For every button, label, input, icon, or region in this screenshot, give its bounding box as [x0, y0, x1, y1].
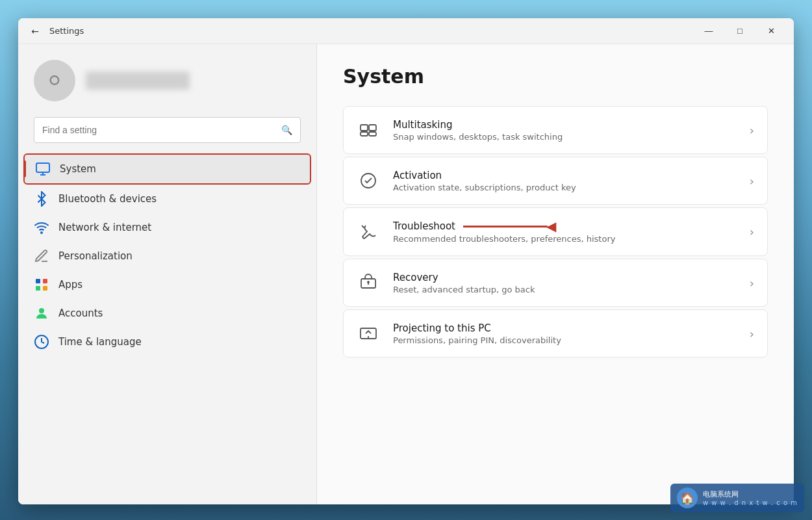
- svg-rect-11: [369, 125, 376, 131]
- time-label: Time & language: [58, 336, 142, 348]
- time-icon: [34, 334, 49, 350]
- activation-title: Activation: [393, 170, 737, 181]
- system-label: System: [60, 163, 96, 175]
- projecting-chevron: ›: [750, 327, 754, 341]
- svg-rect-0: [36, 163, 49, 172]
- page-title: System: [343, 65, 768, 88]
- content-area: ⚪ 🔍: [18, 44, 794, 504]
- svg-rect-6: [36, 286, 40, 291]
- back-button[interactable]: ←: [26, 22, 44, 40]
- watermark-url: w w w . d n x t w . c o m: [703, 499, 798, 506]
- troubleshoot-text: Troubleshoot ◀ Recommended troubleshoote…: [393, 220, 737, 244]
- sidebar-item-apps[interactable]: Apps: [23, 270, 311, 299]
- username-placeholder: [86, 72, 190, 90]
- network-icon: [34, 220, 49, 235]
- activation-icon: [357, 169, 380, 192]
- system-icon: [35, 161, 51, 177]
- troubleshoot-chevron: ›: [750, 225, 754, 239]
- search-input[interactable]: [42, 125, 276, 135]
- sidebar: ⚪ 🔍: [18, 44, 317, 504]
- titlebar: ← Settings — □ ✕: [18, 18, 794, 44]
- main-content: System Multitasking Snap windo: [317, 44, 794, 504]
- sidebar-item-accounts[interactable]: Accounts: [23, 299, 311, 328]
- activation-desc: Activation state, subscriptions, product…: [393, 183, 737, 192]
- accounts-icon: [34, 306, 49, 321]
- troubleshoot-title: Troubleshoot ◀: [393, 220, 737, 233]
- red-annotation: ◀: [463, 220, 556, 233]
- multitasking-icon: [357, 118, 380, 142]
- recovery-desc: Reset, advanced startup, go back: [393, 285, 737, 294]
- close-button[interactable]: ✕: [756, 21, 786, 42]
- window-title: Settings: [49, 26, 84, 36]
- user-icon: ⚪: [46, 68, 64, 93]
- recovery-text: Recovery Reset, advanced startup, go bac…: [393, 272, 737, 294]
- sidebar-item-personalization[interactable]: Personalization: [23, 242, 311, 270]
- search-container: 🔍: [18, 112, 316, 153]
- personalization-icon: [34, 248, 49, 264]
- projecting-title: Projecting to this PC: [393, 322, 737, 334]
- settings-list: Multitasking Snap windows, desktops, tas…: [343, 106, 768, 358]
- avatar: ⚪: [34, 60, 75, 101]
- svg-rect-13: [369, 132, 376, 136]
- projecting-desc: Permissions, pairing PIN, discoverabilit…: [393, 335, 737, 345]
- accounts-label: Accounts: [58, 307, 103, 319]
- sidebar-item-bluetooth[interactable]: Bluetooth & devices: [23, 185, 311, 213]
- svg-point-17: [368, 281, 369, 283]
- projecting-icon: [357, 322, 380, 345]
- sidebar-item-time[interactable]: Time & language: [23, 328, 311, 356]
- projecting-text: Projecting to this PC Permissions, pairi…: [393, 322, 737, 345]
- sidebar-item-network[interactable]: Network & internet: [23, 213, 311, 242]
- apps-icon: [34, 277, 49, 292]
- search-icon: 🔍: [281, 125, 292, 135]
- multitasking-title: Multitasking: [393, 119, 737, 131]
- svg-line-15: [362, 226, 364, 228]
- recovery-chevron: ›: [750, 276, 754, 290]
- watermark-text: 电脑系统网 w w w . d n x t w . c o m: [703, 489, 798, 506]
- personalization-label: Personalization: [58, 250, 133, 262]
- svg-point-3: [41, 232, 42, 233]
- recovery-icon: [357, 271, 380, 294]
- setting-recovery[interactable]: Recovery Reset, advanced startup, go bac…: [343, 259, 768, 307]
- watermark-site: 电脑系统网: [703, 489, 798, 499]
- search-box[interactable]: 🔍: [34, 117, 301, 143]
- svg-rect-10: [361, 125, 368, 131]
- svg-rect-12: [361, 132, 368, 136]
- svg-rect-7: [43, 286, 47, 291]
- sidebar-item-system[interactable]: System: [23, 153, 311, 185]
- setting-troubleshoot[interactable]: Troubleshoot ◀ Recommended troubleshoote…: [343, 207, 768, 256]
- recovery-title: Recovery: [393, 272, 737, 283]
- nav-items: System Bluetooth & devices: [18, 153, 316, 504]
- svg-rect-4: [36, 279, 40, 283]
- multitasking-desc: Snap windows, desktops, task switching: [393, 132, 737, 142]
- troubleshoot-desc: Recommended troubleshooters, preferences…: [393, 234, 737, 244]
- svg-point-8: [39, 308, 44, 313]
- watermark-icon: 🏠: [677, 488, 698, 508]
- setting-activation[interactable]: Activation Activation state, subscriptio…: [343, 157, 768, 205]
- watermark: 🏠 电脑系统网 w w w . d n x t w . c o m: [670, 484, 804, 512]
- maximize-button[interactable]: □: [725, 21, 755, 42]
- settings-window: ← Settings — □ ✕ ⚪ 🔍: [18, 18, 794, 504]
- troubleshoot-icon: [357, 220, 380, 244]
- activation-chevron: ›: [750, 174, 754, 188]
- minimize-button[interactable]: —: [694, 21, 724, 42]
- multitasking-text: Multitasking Snap windows, desktops, tas…: [393, 119, 737, 142]
- apps-label: Apps: [58, 279, 82, 291]
- bluetooth-icon: [34, 191, 49, 207]
- activation-text: Activation Activation state, subscriptio…: [393, 170, 737, 192]
- setting-projecting[interactable]: Projecting to this PC Permissions, pairi…: [343, 309, 768, 358]
- window-controls: — □ ✕: [694, 21, 786, 42]
- setting-multitasking[interactable]: Multitasking Snap windows, desktops, tas…: [343, 106, 768, 154]
- multitasking-chevron: ›: [750, 124, 754, 137]
- profile-section[interactable]: ⚪: [18, 44, 316, 112]
- network-label: Network & internet: [58, 222, 151, 233]
- bluetooth-label: Bluetooth & devices: [58, 193, 157, 205]
- svg-rect-5: [43, 279, 47, 283]
